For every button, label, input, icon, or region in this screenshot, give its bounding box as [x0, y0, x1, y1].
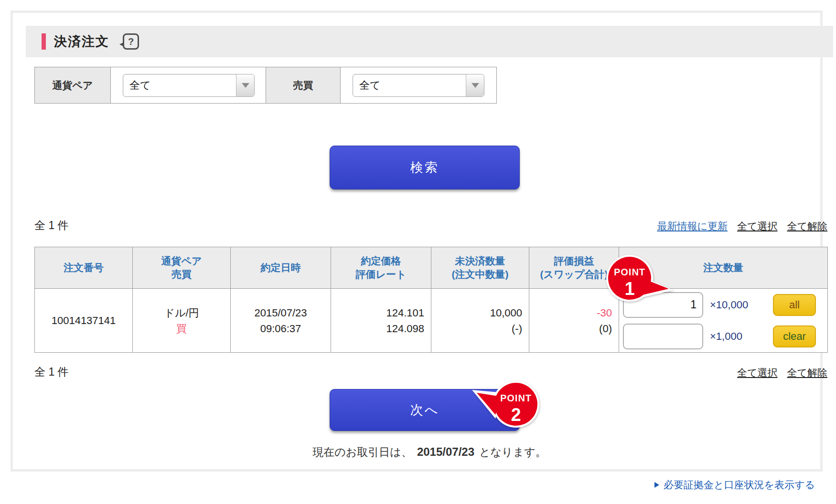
cell-order-quantity: ×10,000 all ×1,000 clear: [619, 289, 828, 353]
search-button[interactable]: 検索: [330, 146, 520, 189]
filter-box: 通貨ペア 全て 売買 全て: [34, 67, 497, 104]
quantity-1000-input[interactable]: [623, 324, 703, 349]
unit-1000-label: ×1,000: [710, 328, 762, 344]
col-exec-datetime: 約定日時: [231, 247, 331, 289]
cell-order-number: 10014137141: [35, 289, 133, 353]
cell-pair-side: ドル/円 買: [133, 289, 231, 353]
side-value: 買: [133, 321, 230, 336]
clear-button[interactable]: clear: [773, 326, 816, 347]
deselect-all-link[interactable]: 全て解除: [787, 366, 828, 379]
table-row: 10014137141 ドル/円 買 2015/07/2309:06:37 12…: [35, 289, 828, 353]
side-select[interactable]: 全て: [353, 74, 484, 97]
col-order-number: 注文番号: [35, 247, 133, 289]
col-open-quantity: 未決済数量(注文中数量): [431, 247, 529, 289]
result-count: 全 1 件: [34, 365, 69, 379]
col-pair-side: 通貨ペア売買: [133, 247, 231, 289]
side-label: 売買: [266, 67, 341, 103]
trade-date: 2015/07/23: [417, 445, 474, 458]
deselect-all-link[interactable]: 全て解除: [787, 220, 828, 233]
side-field: 全て: [341, 67, 496, 103]
orders-table: 注文番号 通貨ペア売買 約定日時 約定価格評価レート 未決済数量(注文中数量) …: [34, 247, 828, 353]
unit-10000-label: ×10,000: [710, 297, 762, 313]
col-exec-price: 約定価格評価レート: [331, 247, 431, 289]
result-footer-line: 全 1 件 全て選択 全て解除: [34, 365, 827, 379]
result-count: 全 1 件: [34, 218, 69, 233]
currency-pair-label: 通貨ペア: [35, 67, 111, 103]
cell-exec-price: 124.101124.098: [331, 289, 431, 353]
title-accent-bar: [42, 33, 46, 50]
settlement-order-page: 決済注文 ? 通貨ペア 全て 売買 全て 検索: [0, 0, 836, 504]
trade-date-suffix: となります。: [479, 446, 547, 458]
page-title: 決済注文: [54, 33, 109, 50]
next-button[interactable]: 次へ: [330, 389, 520, 431]
refresh-link[interactable]: 最新情報に更新: [657, 220, 728, 233]
help-icon[interactable]: ?: [123, 33, 139, 50]
title-bar: 決済注文 ?: [26, 26, 833, 57]
result-header-line: 全 1 件 最新情報に更新 全て選択 全て解除: [34, 218, 827, 233]
side-selected-value: 全て: [353, 74, 466, 96]
select-all-link[interactable]: 全て選択: [737, 220, 778, 233]
trade-date-prefix: 現在のお取引日は、: [312, 446, 412, 458]
chevron-down-icon[interactable]: [466, 74, 484, 96]
table-header-row: 注文番号 通貨ペア売買 約定日時 約定価格評価レート 未決済数量(注文中数量) …: [35, 247, 828, 289]
select-all-link[interactable]: 全て選択: [737, 366, 778, 379]
trade-date-note: 現在のお取引日は、2015/07/23となります。: [23, 445, 836, 460]
pair-value: ドル/円: [133, 305, 230, 321]
currency-pair-field: 全て: [111, 67, 266, 103]
cell-eval-pl: -30(0): [529, 289, 619, 353]
quantity-10000-input[interactable]: [623, 292, 703, 318]
margin-status-link[interactable]: 必要証拠金と口座状況を表示する: [654, 478, 815, 492]
all-button[interactable]: all: [773, 294, 816, 316]
currency-pair-selected-value: 全て: [123, 74, 236, 96]
col-order-quantity: 注文数量: [619, 247, 828, 289]
col-eval-pl: 評価損益(スワップ合計): [529, 247, 619, 289]
chevron-down-icon[interactable]: [236, 74, 254, 96]
main-panel: 決済注文 ? 通貨ペア 全て 売買 全て 検索: [11, 10, 823, 472]
help-icon-glyph: ?: [128, 36, 134, 47]
cell-exec-datetime: 2015/07/2309:06:37: [231, 289, 331, 353]
cell-open-quantity: 10,000(-): [431, 289, 529, 353]
currency-pair-select[interactable]: 全て: [123, 74, 255, 97]
